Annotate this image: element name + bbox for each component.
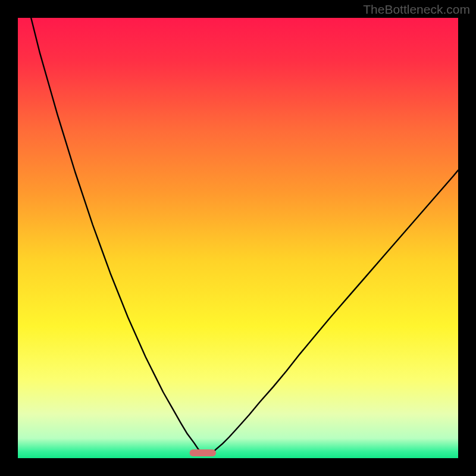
chart-svg bbox=[18, 18, 458, 458]
chart-outer-frame: TheBottleneck.com bbox=[0, 0, 476, 476]
watermark-text: TheBottleneck.com bbox=[363, 2, 470, 17]
bottleneck-marker bbox=[190, 449, 216, 456]
chart-plot-area bbox=[18, 18, 458, 458]
chart-marker-group bbox=[190, 449, 216, 456]
chart-background bbox=[18, 18, 458, 458]
